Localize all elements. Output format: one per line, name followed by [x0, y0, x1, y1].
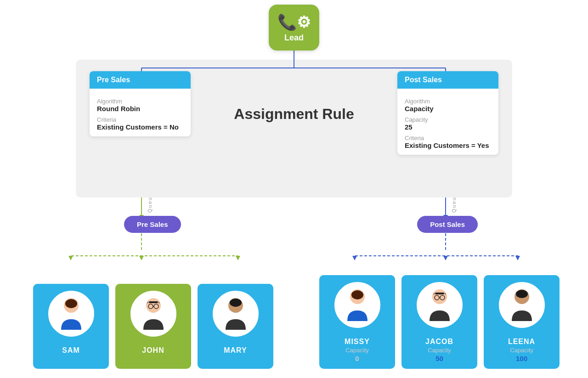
post-sales-capacity-label: Capacity: [405, 116, 491, 123]
svg-point-35: [230, 299, 242, 307]
pre-sales-card-header: Pre Sales: [90, 71, 191, 89]
mary-name: MARY: [224, 346, 247, 355]
missy-name: MISSY: [345, 338, 370, 346]
post-sales-criteria-label: Criteria: [405, 135, 491, 141]
sam-name: SAM: [62, 346, 80, 355]
missy-avatar-bg: [319, 275, 395, 335]
pre-sales-algorithm-value: Round Robin: [97, 105, 183, 113]
pre-sales-queue-pill[interactable]: Pre Sales: [124, 216, 181, 233]
leena-name: LEENA: [508, 338, 535, 346]
user-card-jacob: JACOB Capacity 50: [401, 275, 477, 369]
user-card-mary: MARY: [198, 284, 273, 369]
right-users-group: MISSY Capacity 0 JACOB Capacity 50: [319, 275, 560, 369]
pre-sales-criteria-value: Existing Customers = No: [97, 123, 183, 131]
svg-rect-29: [149, 301, 158, 303]
sam-avatar-bg: [33, 284, 109, 344]
mary-avatar-bg: [198, 284, 273, 344]
post-sales-capacity-value: 25: [405, 123, 491, 131]
svg-rect-42: [435, 293, 444, 294]
svg-point-28: [147, 299, 159, 311]
post-sales-criteria-value: Existing Customers = Yes: [405, 141, 491, 149]
svg-marker-16: [139, 256, 144, 260]
svg-point-41: [434, 291, 446, 303]
user-card-sam: SAM: [33, 284, 109, 369]
post-sales-queue-pill[interactable]: Post Sales: [417, 216, 478, 233]
jacob-name: JACOB: [425, 338, 453, 346]
missy-capacity-label: Capacity: [345, 347, 369, 354]
john-avatar-bg: [115, 284, 191, 344]
svg-point-38: [351, 290, 363, 299]
lead-node: 📞⚙ Lead: [269, 5, 319, 51]
user-card-missy: MISSY Capacity 0: [319, 275, 395, 369]
pre-sales-queue-label: Pre Sales: [137, 220, 168, 228]
john-avatar: [130, 291, 176, 337]
user-card-leena: LEENA Capacity 100: [484, 275, 560, 369]
john-name: JOHN: [142, 346, 164, 355]
svg-marker-20: [443, 256, 448, 260]
john-next-user: Next User: [139, 355, 167, 362]
svg-point-48: [516, 290, 528, 298]
lead-icon: 📞⚙: [277, 13, 311, 31]
jacob-capacity-label: Capacity: [428, 347, 451, 354]
pre-sales-algorithm-label: Algorithm: [97, 98, 183, 105]
jacob-capacity-value: 50: [435, 355, 443, 362]
svg-marker-15: [68, 256, 73, 260]
lead-label: Lead: [284, 33, 304, 43]
leena-avatar: [499, 282, 545, 328]
pre-sales-card-body: Algorithm Round Robin Criteria Existing …: [90, 89, 191, 136]
post-sales-algorithm-value: Capacity: [405, 105, 491, 113]
post-sales-card-body: Algorithm Capacity Capacity 25 Criteria …: [397, 89, 498, 155]
pre-sales-card: Pre Sales Algorithm Round Robin Criteria…: [90, 71, 191, 136]
post-sales-queue-label: Post Sales: [430, 220, 465, 228]
jacob-avatar: [417, 282, 463, 328]
post-sales-card: Post Sales Algorithm Capacity Capacity 2…: [397, 71, 498, 155]
user-card-john: JOHN Next User: [115, 284, 191, 369]
pre-sales-criteria-label: Criteria: [97, 116, 183, 123]
post-sales-algorithm-label: Algorithm: [405, 98, 491, 105]
leena-avatar-bg: [484, 275, 560, 335]
missy-avatar: [334, 282, 380, 328]
svg-marker-19: [352, 256, 357, 260]
svg-marker-21: [515, 256, 520, 260]
svg-marker-17: [236, 256, 240, 260]
mary-avatar: [213, 291, 259, 337]
post-sales-card-header: Post Sales: [397, 71, 498, 89]
leena-capacity-value: 100: [516, 355, 527, 362]
assignment-rule-label: Assignment Rule: [234, 106, 354, 123]
sam-avatar: [48, 291, 94, 337]
jacob-avatar-bg: [401, 275, 477, 335]
left-users-group: SAM JOHN Next User: [33, 284, 273, 369]
leena-capacity-label: Capacity: [510, 347, 533, 354]
missy-capacity-value: 0: [355, 355, 359, 362]
svg-point-25: [65, 299, 77, 308]
